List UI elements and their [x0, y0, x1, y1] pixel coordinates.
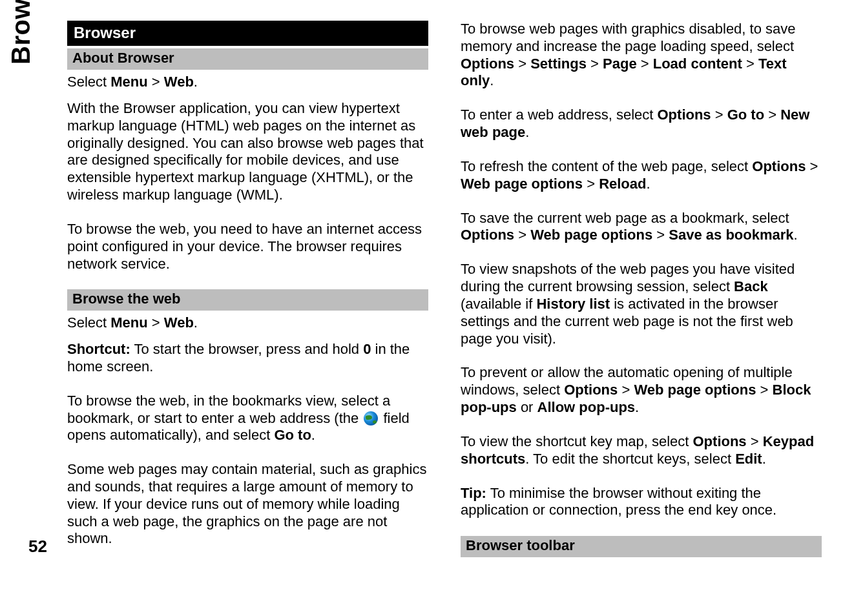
text: .	[525, 124, 529, 140]
text: >	[764, 107, 780, 123]
page-content: Browser About Browser Select Menu > Web.…	[67, 21, 822, 577]
text: >	[514, 227, 530, 243]
text: >	[756, 382, 772, 398]
globe-icon	[364, 411, 378, 426]
textonly-paragraph: To browse web pages with graphics disabl…	[461, 21, 822, 90]
text: .	[646, 176, 650, 192]
page-number: 52	[28, 537, 47, 557]
text: >	[514, 56, 530, 72]
text: To enter a web address, select	[461, 107, 658, 123]
webpageoptions-label: Web page options	[461, 176, 583, 192]
text: >	[747, 433, 763, 449]
webpageoptions-label: Web page options	[634, 382, 756, 398]
text: To start the browser, press and hold	[130, 341, 363, 357]
historylist-label: History list	[536, 296, 610, 312]
text: or	[517, 399, 537, 415]
text: To view the shortcut key map, select	[461, 433, 693, 449]
text: .	[635, 399, 639, 415]
about-select-line: Select Menu > Web.	[67, 74, 428, 91]
subheading-about-browser: About Browser	[67, 48, 428, 70]
text: >	[711, 107, 727, 123]
settings-label: Settings	[530, 56, 587, 72]
goto-label: Go to	[274, 427, 311, 443]
reload-paragraph: To refresh the content of the web page, …	[461, 158, 822, 193]
text: .	[194, 314, 198, 331]
goto-label: Go to	[727, 107, 764, 123]
browse-select-line: Select Menu > Web.	[67, 314, 428, 332]
allowpopups-label: Allow pop-ups	[537, 399, 636, 415]
loadcontent-label: Load content	[653, 56, 742, 72]
shortcut-paragraph: Shortcut: To start the browser, press an…	[67, 341, 428, 376]
shortcut-label: Shortcut:	[67, 341, 130, 357]
text: >	[148, 314, 164, 331]
text: .	[794, 227, 798, 243]
text: .	[194, 74, 198, 90]
page-label: Page	[603, 56, 637, 72]
subheading-browser-toolbar: Browser toolbar	[461, 536, 822, 557]
tip-label: Tip:	[461, 485, 486, 501]
text: To browse the web, in the bookmarks view…	[67, 393, 390, 426]
reload-label: Reload	[599, 176, 646, 192]
text: (available if	[461, 296, 536, 312]
text: >	[587, 56, 603, 72]
shortcutkeys-paragraph: To view the shortcut key map, select Opt…	[461, 433, 822, 468]
text: >	[652, 227, 669, 243]
back-label: Back	[734, 278, 768, 294]
menu-label: Menu	[110, 74, 147, 90]
text: To save the current web page as a bookma…	[461, 210, 789, 226]
webpageoptions-label: Web page options	[530, 227, 652, 243]
text: >	[583, 176, 599, 192]
options-label: Options	[564, 382, 618, 398]
text: .	[762, 451, 766, 467]
tip-paragraph: Tip: To minimise the browser without exi…	[461, 485, 822, 520]
text: >	[148, 74, 164, 90]
text: To browse web pages with graphics disabl…	[461, 21, 796, 54]
text: >	[806, 158, 818, 174]
text: .	[490, 72, 494, 88]
text: . To edit the shortcut keys, select	[525, 451, 735, 467]
about-access-point: To browse the web, you need to have an i…	[67, 221, 428, 272]
text: >	[618, 382, 634, 398]
text: To minimise the browser without exiting …	[461, 485, 776, 518]
options-label: Options	[461, 56, 514, 72]
savebookmark-paragraph: To save the current web page as a bookma…	[461, 210, 822, 245]
subheading-browse-the-web: Browse the web	[67, 289, 428, 311]
web-label: Web	[164, 74, 194, 90]
about-description: With the Browser application, you can vi…	[67, 100, 428, 204]
saveasbookmark-label: Save as bookmark	[669, 227, 793, 243]
options-label: Options	[461, 227, 514, 243]
memory-paragraph: Some web pages may contain material, suc…	[67, 461, 428, 548]
edit-label: Edit	[735, 451, 762, 467]
options-label: Options	[752, 158, 806, 174]
text: .	[311, 427, 315, 443]
key-0: 0	[363, 341, 371, 357]
text: Select	[67, 314, 110, 331]
text: To refresh the content of the web page, …	[461, 158, 752, 174]
popups-paragraph: To prevent or allow the automatic openin…	[461, 364, 822, 416]
side-section-label: Browser	[6, 0, 36, 65]
text: Select	[67, 74, 110, 90]
heading-browser: Browser	[67, 21, 428, 46]
options-label: Options	[658, 107, 711, 123]
text: >	[742, 56, 758, 72]
options-label: Options	[693, 433, 747, 449]
web-label: Web	[164, 314, 194, 331]
text: >	[637, 56, 653, 72]
browse-bookmark-paragraph: To browse the web, in the bookmarks view…	[67, 393, 428, 444]
menu-label: Menu	[110, 314, 147, 331]
history-paragraph: To view snapshots of the web pages you h…	[461, 261, 822, 347]
newpage-paragraph: To enter a web address, select Options >…	[461, 107, 822, 141]
